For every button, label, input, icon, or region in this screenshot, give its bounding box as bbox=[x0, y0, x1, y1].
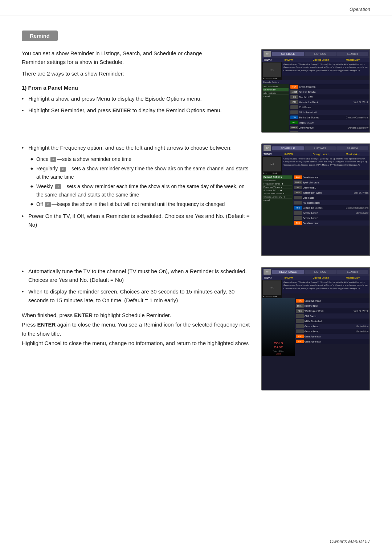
sub-wkly-post: —sets a show reminder each time the show… bbox=[36, 183, 245, 197]
bullet-power: Power On the TV, if Off, when a Reminder… bbox=[22, 212, 250, 229]
tv-thumb-3: IMG ■ ●●——— ■●●■ bbox=[262, 280, 282, 298]
ch-row-2-5: Chili Faces bbox=[293, 195, 369, 200]
opt-info-1: cancel bbox=[263, 95, 289, 98]
tv-img-info-3: ■ ●●——— ■●●■ bbox=[263, 295, 281, 297]
intro-line2: There are 2 ways to set a show Reminder: bbox=[22, 69, 225, 78]
tv-show-time-1: 8:00PM bbox=[273, 58, 304, 61]
tv-top-bar-3: TV RECORDINGS LISTINGS SEARCH bbox=[262, 268, 369, 276]
section1-title: 1) From a Panel Menu bbox=[22, 85, 250, 91]
remind-badge: Remind bbox=[22, 31, 58, 41]
cold-case-network: ● case bbox=[276, 353, 281, 355]
ch-row-1-8: HBOGeppo's Love bbox=[289, 120, 369, 125]
tv-show-name-3: George Lopez bbox=[306, 276, 336, 279]
ch-row-2-4: PBSWashington WeekWall St. Week bbox=[293, 190, 369, 195]
tab-schedule-1: SCHEDULE bbox=[272, 52, 304, 56]
ch-row-3-8: FOXGreat American bbox=[295, 334, 369, 339]
tv-channels-2: FOXGreat American 16/315Spirit of Arcadi… bbox=[293, 175, 369, 226]
rp-when: when is 1 min early ◄ bbox=[263, 195, 292, 199]
screenshot-1: TV SCHEDULE LISTINGS SEARCH TODAY 8:00PM… bbox=[261, 49, 370, 133]
tv-screen-1: TV SCHEDULE LISTINGS SEARCH TODAY 8:00PM… bbox=[261, 49, 370, 133]
para1-key: ENTER bbox=[74, 312, 93, 318]
para2: Press ENTER again to close the menu. You… bbox=[22, 320, 250, 339]
bullet2-pre: Highlight Set Reminder, and press bbox=[28, 107, 113, 113]
tv-image-3: IMG bbox=[263, 280, 281, 295]
ch-row-1-10: Stanley & The bbox=[289, 130, 369, 133]
sub-once-pre: Once bbox=[36, 156, 50, 162]
rp-power: Power on TV:no ◄ bbox=[263, 186, 292, 189]
para1: When finished, press ENTER to highlight … bbox=[22, 311, 250, 320]
sub-once: Once ①—sets a show reminder one time bbox=[30, 155, 250, 163]
tv-cold-case-section: COLDCASE Tonight 9/8am ● case FOXGreat A… bbox=[262, 298, 369, 356]
tv-show-name2-1: Married/Adv bbox=[338, 58, 368, 61]
page-header: Operation bbox=[0, 0, 392, 16]
bullet2-key: ENTER bbox=[113, 107, 131, 113]
tv-icon-1: TV bbox=[264, 51, 271, 57]
tv-tabs-3: RECORDINGS LISTINGS SEARCH bbox=[272, 270, 368, 274]
para2-pre: Press bbox=[22, 321, 37, 328]
remind-panel-title: Remind Options bbox=[263, 175, 292, 179]
para3: Highlight Cancel to close the menu, chan… bbox=[22, 339, 250, 348]
tv-tabs-1: SCHEDULE LISTINGS SEARCH bbox=[272, 52, 368, 56]
para1-post: to highlight Schedule Reminder. bbox=[93, 312, 171, 318]
tv-screen-2: TV SCHEDULE LISTINGS SEARCH TODAY 8:00PM… bbox=[261, 143, 370, 256]
tv-options-1: Episode Options bbox=[262, 80, 369, 84]
tab-schedule-2: SCHEDULE bbox=[272, 146, 304, 150]
tv-show-name2-2: Married/Adv bbox=[338, 153, 368, 155]
ch-row-2-6: NB In Basketball bbox=[293, 200, 369, 205]
section1-bullet2: Highlight Set Reminder, and press ENTER … bbox=[22, 106, 250, 115]
tv-today-2: TODAY bbox=[264, 153, 272, 155]
rp-autotune: Autotune TV:no ◄ bbox=[263, 189, 292, 192]
more-section: Automatically tune the TV to the channel… bbox=[22, 267, 370, 390]
sub-regularly: Regularly ②—sets a show reminder every t… bbox=[30, 165, 250, 181]
sub-weekly: Weekly ③—sets a show reminder each time … bbox=[30, 182, 250, 199]
tv-desc-1: George Lopez "Weekend at Sonny's" (Sitco… bbox=[282, 62, 369, 76]
tv-img-info-2: ■ ●●——— ■●●■ bbox=[263, 172, 281, 174]
sub-off-pre: Off bbox=[36, 201, 44, 207]
frequency-text-col: Highlight the Frequency option, and use … bbox=[22, 143, 250, 232]
tv-top-bar-2: TV SCHEDULE LISTINGS SEARCH bbox=[262, 144, 369, 152]
ch-row-2-10: FOXGreat American bbox=[293, 220, 369, 226]
tv-main-1: IMG ■ ●●——— ■●●■ George Lopez "Weekend a… bbox=[262, 62, 369, 80]
para2-key: ENTER bbox=[37, 321, 56, 328]
ch-row-3-7: George LopezMarried/Adv bbox=[295, 329, 369, 334]
tab-search-1: SEARCH bbox=[336, 52, 368, 56]
ch-row-3-6: George LopezMarried/Adv bbox=[295, 324, 369, 329]
tv-side-section-1: add to channel set reminder add reminder… bbox=[262, 84, 369, 133]
cold-case-label: COLDCASE bbox=[274, 341, 283, 349]
ch-row-3-5: NB In Basketball bbox=[295, 319, 369, 324]
tv-img-info-1: ■ ●●——— ■●●■ bbox=[263, 77, 281, 80]
ch-row-2-2: 16/315Spirit of Arcadia bbox=[293, 180, 369, 185]
ch-row-3-1: FOXGreat American bbox=[295, 298, 369, 303]
off-icon: ✕ bbox=[45, 202, 51, 207]
tv-split-2: Remind Options Schedule as: Frequency: O… bbox=[262, 175, 369, 226]
ch-row-2-8: George LopezMarried/Adv bbox=[293, 210, 369, 215]
tv-thumb-2: IMG ■ ●●——— ■●●■ bbox=[262, 156, 282, 175]
ch-row-3-3: PBSWashington WeekWall St. Week bbox=[295, 308, 369, 313]
rp-cancel: cancel bbox=[263, 199, 292, 202]
tv-show-name-2: George Lopez bbox=[306, 153, 336, 155]
tv-info-row-3: TODAY 8:00PM George Lopez Married/Adv bbox=[262, 276, 369, 280]
tv-desc-3: George Lopez "Weekend at Sonny's" (Sitco… bbox=[282, 280, 369, 293]
intro-section: You can set a show Reminder in Listings,… bbox=[22, 49, 370, 133]
tv-icon-2: TV bbox=[264, 145, 271, 151]
tv-main-2: IMG ■ ●●——— ■●●■ George Lopez "Weekend a… bbox=[262, 156, 369, 175]
intro-line1: You can set a show Reminder in Listings,… bbox=[22, 49, 225, 66]
ch-row-3-9: FOXGreat American bbox=[295, 339, 369, 344]
bullet-auto: Automatically tune the TV to the channel… bbox=[22, 267, 250, 284]
tv-main-3: IMG ■ ●●——— ■●●■ George Lopez "Weekend a… bbox=[262, 280, 369, 298]
freq-intro: Highlight the Frequency option, and use … bbox=[22, 143, 250, 152]
frequency-section: Highlight the Frequency option, and use … bbox=[22, 143, 370, 256]
opt-cancel-1: add reminder bbox=[263, 92, 289, 95]
ch-row-1-5: Chili Faces bbox=[289, 105, 369, 110]
ch-row-1-2: 16/315Spirit of Arcadia bbox=[289, 89, 369, 94]
sub-off-post: —keeps the show in the list but will not… bbox=[52, 201, 225, 207]
ch-row-1-3: SICDial the NBC bbox=[289, 94, 369, 100]
tv-show-name2-3: Married/Adv bbox=[338, 276, 368, 279]
opt-add-1: add to channel bbox=[263, 85, 289, 88]
ch-row-1-9: WBKWJohnny BraveDexter's Laboratory bbox=[289, 125, 369, 130]
bottom-rule bbox=[22, 533, 370, 533]
sub-reg-post: —sets a show reminder every time the sho… bbox=[36, 166, 248, 179]
tv-today-1: TODAY bbox=[264, 58, 272, 61]
ch-row-2-7: TBNBehind the ScenesCreative Connections bbox=[293, 205, 369, 210]
tv-tabs-2: SCHEDULE LISTINGS SEARCH bbox=[272, 146, 368, 150]
